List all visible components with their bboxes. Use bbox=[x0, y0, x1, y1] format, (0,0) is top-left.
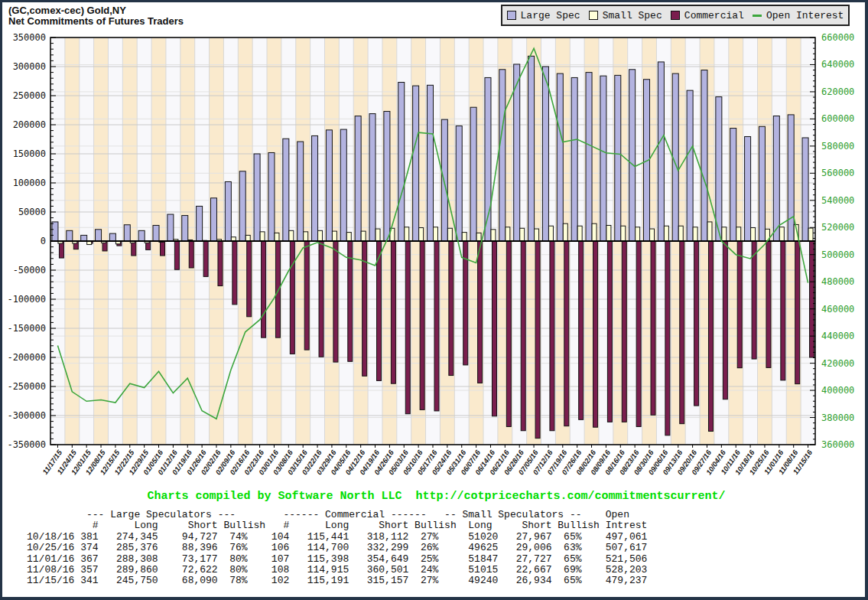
svg-text:-250000: -250000 bbox=[7, 381, 46, 392]
table-group-header: --- Large Speculators --- ------ Commerc… bbox=[27, 510, 647, 520]
svg-text:-300000: -300000 bbox=[7, 410, 46, 421]
svg-text:-100000: -100000 bbox=[7, 294, 46, 305]
table-column-header: # Long Short Bullish # Long Short Bullis… bbox=[27, 520, 647, 531]
svg-text:-50000: -50000 bbox=[13, 265, 46, 276]
svg-text:150000: 150000 bbox=[13, 148, 46, 159]
svg-text:640000: 640000 bbox=[821, 59, 854, 70]
chart-legend: Large Spec Small Spec Commercial Open In… bbox=[501, 5, 850, 26]
right-axis-labels: 3600003800004000004200004400004600004800… bbox=[821, 32, 854, 450]
table-row: 11/15/16 341 245,750 68,090 78% 102 115,… bbox=[27, 576, 647, 586]
svg-text:100000: 100000 bbox=[13, 178, 46, 188]
svg-text:580000: 580000 bbox=[821, 141, 854, 152]
open-interest-line-icon bbox=[753, 15, 762, 17]
svg-text:0: 0 bbox=[41, 236, 46, 246]
table-row: 10/18/16 381 274,345 94,727 74% 104 115,… bbox=[27, 532, 647, 543]
table-row: 10/25/16 374 285,376 88,396 76% 106 114,… bbox=[27, 543, 647, 553]
svg-text:-150000: -150000 bbox=[7, 323, 46, 334]
cot-data-table: --- Large Speculators --- ------ Commerc… bbox=[27, 510, 647, 587]
svg-text:520000: 520000 bbox=[821, 222, 854, 233]
svg-text:660000: 660000 bbox=[821, 32, 854, 43]
svg-text:420000: 420000 bbox=[821, 358, 854, 369]
small-spec-swatch-icon bbox=[589, 11, 598, 20]
legend-label: Commercial bbox=[684, 10, 744, 21]
date-axis-labels: 11/17/1511/24/1512/01/1512/08/1512/15/15… bbox=[41, 448, 814, 476]
left-axis-labels: -350000-300000-250000-200000-150000-1000… bbox=[7, 32, 46, 450]
svg-text:620000: 620000 bbox=[821, 86, 854, 97]
svg-text:-350000: -350000 bbox=[7, 439, 46, 450]
svg-text:-200000: -200000 bbox=[7, 352, 46, 363]
legend-item-commercial: Commercial bbox=[671, 10, 744, 21]
table-row: 11/01/16 367 288,308 73,177 80% 107 115,… bbox=[27, 554, 647, 565]
cot-chart: -350000-300000-250000-200000-150000-1000… bbox=[2, 2, 868, 507]
table-row: 11/08/16 357 289,860 72,622 80% 108 114,… bbox=[27, 565, 647, 576]
svg-text:560000: 560000 bbox=[821, 168, 854, 178]
svg-text:50000: 50000 bbox=[18, 207, 46, 217]
legend-label: Large Spec bbox=[521, 10, 580, 21]
svg-text:480000: 480000 bbox=[821, 276, 854, 287]
svg-text:440000: 440000 bbox=[821, 331, 854, 341]
svg-text:460000: 460000 bbox=[821, 304, 854, 315]
credit-line: Charts compiled by Software North LLC ht… bbox=[2, 490, 868, 503]
svg-text:350000: 350000 bbox=[13, 32, 46, 43]
large-spec-swatch-icon bbox=[507, 11, 516, 20]
svg-text:600000: 600000 bbox=[821, 113, 854, 124]
legend-label: Open Interest bbox=[766, 10, 844, 21]
legend-item-open-interest: Open Interest bbox=[753, 10, 844, 21]
chart-panel: (GC,comex-cec) Gold,NY Net Commitments o… bbox=[2, 2, 865, 597]
svg-text:380000: 380000 bbox=[821, 412, 854, 423]
svg-text:250000: 250000 bbox=[13, 90, 46, 101]
svg-text:200000: 200000 bbox=[13, 119, 46, 130]
svg-text:300000: 300000 bbox=[13, 61, 46, 72]
commercial-swatch-icon bbox=[671, 11, 680, 20]
svg-text:360000: 360000 bbox=[821, 439, 854, 450]
legend-label: Small Spec bbox=[603, 10, 662, 21]
legend-item-small-spec: Small Spec bbox=[589, 10, 662, 21]
svg-text:500000: 500000 bbox=[821, 249, 854, 260]
legend-item-large-spec: Large Spec bbox=[507, 10, 580, 21]
svg-text:400000: 400000 bbox=[821, 385, 854, 396]
svg-text:540000: 540000 bbox=[821, 195, 854, 206]
